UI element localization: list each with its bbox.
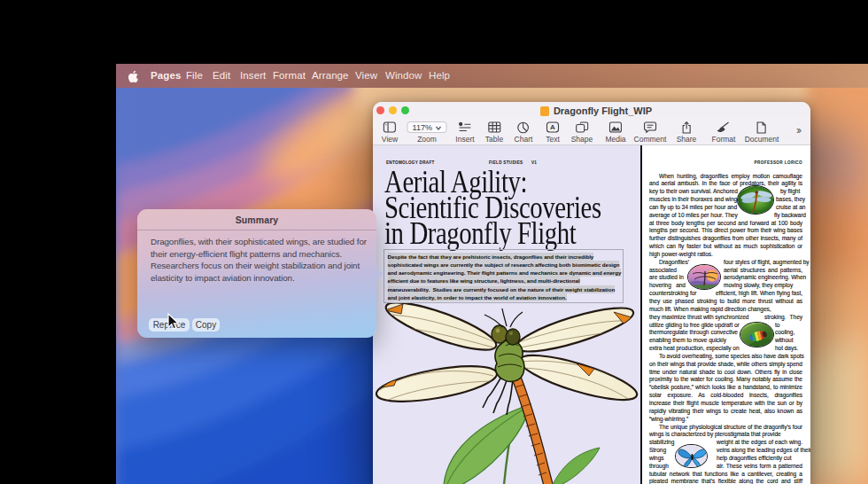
svg-text:A: A — [550, 123, 555, 131]
